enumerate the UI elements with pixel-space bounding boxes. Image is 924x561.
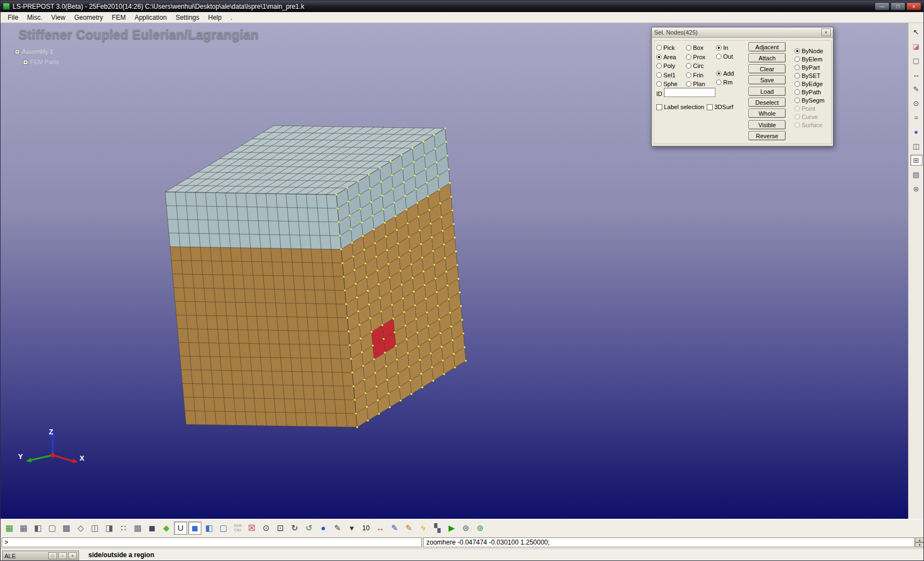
radio-byedge[interactable]: ByEdge	[795, 80, 823, 88]
shrink-elements-icon[interactable]: ◆	[160, 522, 173, 535]
node-points-icon[interactable]: ∷	[117, 522, 130, 535]
table-tool-icon[interactable]: ▤	[910, 169, 922, 180]
maximize-icon[interactable]: ▫	[58, 552, 67, 559]
pick-pen-icon[interactable]: ✎	[331, 522, 344, 535]
adjacent-button[interactable]: Adjacent	[748, 42, 786, 52]
radio-bypath[interactable]: ByPath	[795, 88, 821, 96]
radio-plan[interactable]: Plan	[686, 80, 705, 88]
scroll-up-icon[interactable]: ▲	[915, 537, 924, 542]
menu-geometry[interactable]: Geometry	[70, 13, 108, 22]
dialog-title-bar[interactable]: Sel. Nodes(425) ×	[652, 27, 833, 38]
radio-bynode[interactable]: ByNode	[795, 47, 823, 55]
radio-frin[interactable]: Frin	[686, 71, 703, 79]
menu-dot[interactable]: .	[226, 13, 236, 22]
tree-item-fem-parts[interactable]: + FEM Parts	[23, 59, 59, 65]
menu-misc[interactable]: Misc.	[22, 13, 47, 22]
spin-view-icon[interactable]: ↺	[302, 522, 315, 535]
clear-button[interactable]: Clear	[748, 64, 786, 73]
views-tool-icon[interactable]: ⊞	[910, 155, 922, 166]
checker-icon[interactable]: ▚	[431, 522, 444, 535]
solid-cube-icon[interactable]: ▦	[17, 522, 30, 535]
radio-out[interactable]: Out	[716, 53, 733, 60]
radio-circ[interactable]: Circ	[686, 62, 704, 70]
box-select-icon[interactable]: ▢	[910, 55, 922, 66]
annotate-icon[interactable]: ✎	[910, 83, 922, 94]
feature-angle-value[interactable]: 10	[359, 522, 373, 535]
radio-byset[interactable]: BySET	[795, 72, 820, 80]
menu-view[interactable]: View	[47, 13, 70, 22]
deselect-button[interactable]: Deselect	[748, 98, 786, 107]
radio-sel1[interactable]: Sel1	[656, 71, 675, 79]
menu-help[interactable]: Help	[204, 13, 226, 22]
shaded-cube-icon[interactable]: ◧	[31, 522, 44, 535]
curve-tool-icon[interactable]: ≈	[910, 112, 922, 123]
radio-bysegm[interactable]: BySegm	[795, 97, 825, 104]
highlight-icon[interactable]: ϟ	[416, 522, 430, 535]
zoom-tool-icon[interactable]: ⊙	[910, 98, 922, 109]
zoom-icon[interactable]: ⊙	[260, 522, 273, 535]
radio-add[interactable]: Add	[716, 70, 734, 77]
radio-byelem[interactable]: ByElem	[795, 55, 822, 63]
wireframe-shade-icon[interactable]: ▢	[217, 522, 230, 535]
clear-selection-icon[interactable]: ☒	[245, 522, 258, 535]
perspective-icon[interactable]: ●	[317, 522, 330, 535]
hidden-line-cube-icon[interactable]: ◇	[74, 522, 87, 535]
radio-area[interactable]: Area	[656, 53, 676, 61]
dark-cube-icon[interactable]: ◼	[145, 522, 159, 535]
element-mesh-icon[interactable]: ▦	[3, 522, 16, 535]
maximize-button[interactable]: □	[891, 2, 905, 10]
eraser-icon[interactable]: ◪	[910, 41, 922, 52]
gear-icon[interactable]: ⊛	[459, 522, 472, 535]
paint-part-icon[interactable]: ✎	[388, 522, 401, 535]
restore-icon[interactable]: □	[48, 552, 57, 559]
pen-dropdown-caret-icon[interactable]: ▾	[345, 522, 358, 535]
shift-ctrl-hint[interactable]: ShftCtrl	[231, 522, 244, 535]
close-icon[interactable]: ×	[68, 552, 77, 559]
close-button[interactable]: ×	[906, 2, 921, 10]
id-input[interactable]	[664, 88, 715, 97]
whole-button[interactable]: Whole	[748, 109, 786, 118]
minimize-button[interactable]: —	[875, 2, 889, 10]
save-button[interactable]: Save	[748, 75, 786, 84]
gear-refresh-icon[interactable]: ⊛	[474, 522, 487, 535]
command-input[interactable]: >	[2, 537, 422, 547]
radio-prox[interactable]: Prox	[686, 53, 706, 61]
half-shade-cube-icon[interactable]: ◨	[103, 522, 116, 535]
expand-icon[interactable]: +	[15, 49, 20, 54]
radio-box[interactable]: Box	[686, 44, 703, 52]
measure-icon[interactable]: ↔	[374, 522, 387, 535]
attach-button[interactable]: Attach	[748, 53, 786, 63]
tools-gear-icon[interactable]: ⊛	[910, 183, 922, 194]
command-scrollbar[interactable]: ▲ ▼	[915, 537, 924, 547]
expand-icon[interactable]: +	[23, 60, 28, 65]
scroll-down-icon[interactable]: ▼	[915, 542, 924, 547]
grid-cube-icon[interactable]: ▩	[131, 522, 144, 535]
tree-item-assembly[interactable]: + Assembly 1	[15, 48, 59, 55]
radio-sphe[interactable]: Sphe	[656, 80, 678, 88]
edge-cube-icon[interactable]: ◫	[88, 522, 102, 535]
dialog-close-button[interactable]: ×	[821, 29, 831, 36]
visible-button[interactable]: Visible	[748, 120, 786, 129]
menu-settings[interactable]: Settings	[171, 13, 204, 22]
command-history[interactable]: zoomhere -0.047474 -0.030100 1.250000;	[423, 537, 915, 547]
zoom-window-icon[interactable]: ⊡	[274, 522, 287, 535]
flat-shade-icon[interactable]: ◧	[202, 522, 216, 535]
ale-mini-window[interactable]: ALE □ ▫ ×	[2, 551, 79, 561]
radio-bypart[interactable]: ByPart	[795, 64, 820, 71]
radio-rm[interactable]: Rm	[716, 78, 733, 86]
menu-application[interactable]: Application	[130, 13, 171, 22]
rotate-view-icon[interactable]: ↻	[288, 522, 301, 535]
load-button[interactable]: Load	[748, 87, 786, 96]
section-tool-icon[interactable]: ◫	[910, 140, 922, 151]
paint-node-icon[interactable]: ✎	[402, 522, 415, 535]
wire-cube-icon[interactable]: ▢	[46, 522, 59, 535]
animate-icon[interactable]: ▶	[445, 522, 458, 535]
unreferenced-nodes-toggle[interactable]: U	[174, 522, 187, 535]
mesh-cube-icon[interactable]: ▩	[60, 522, 73, 535]
radio-in[interactable]: In	[716, 44, 728, 52]
smooth-shade-icon[interactable]: ◼	[188, 522, 201, 535]
pointer-select-icon[interactable]: ↖	[910, 26, 922, 37]
threedsurf-checkbox[interactable]: 3DSurf	[707, 103, 733, 111]
measure-tool-icon[interactable]: ↔	[910, 69, 922, 80]
radio-poly[interactable]: Poly	[656, 62, 675, 70]
